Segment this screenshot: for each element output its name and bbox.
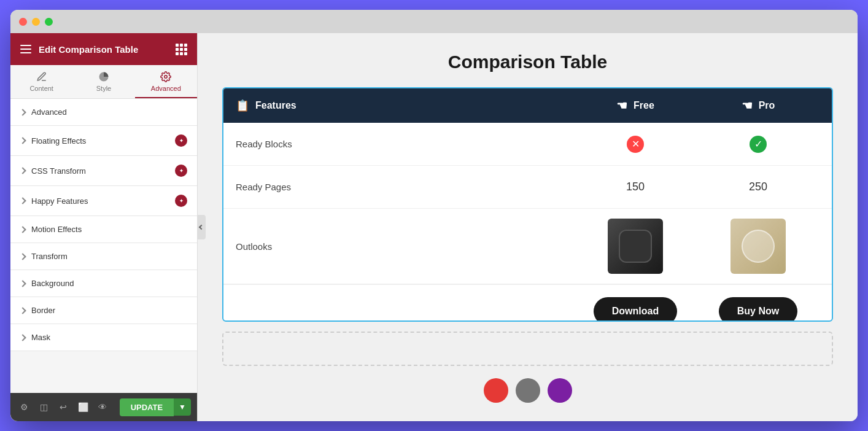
pro-label: Pro (759, 100, 775, 111)
outlooks-label: Outlooks (236, 241, 574, 252)
download-button[interactable]: Download (594, 297, 677, 322)
pro-badge: ✦ (175, 165, 187, 177)
sidebar-item-css-label: CSS Transform (31, 166, 86, 176)
sidebar-item-happy-label: Happy Features (31, 196, 88, 206)
sidebar-bottom: ⚙ ◫ ↩ ⬜ 👁 UPDATE ▼ (10, 393, 197, 421)
ready-blocks-pro-cell: ✓ (697, 136, 820, 153)
svg-point-1 (165, 76, 168, 79)
panel-toggle[interactable] (197, 215, 206, 239)
sidebar-tabs: Content Style Advanced (10, 65, 197, 99)
sidebar-item-motion-label: Motion Effects (31, 225, 82, 234)
sidebar-item-transform-label: Transform (31, 252, 68, 261)
sidebar-item-floating-effects[interactable]: Floating Effects ✦ (10, 126, 197, 156)
chevron-right-icon (19, 334, 26, 341)
sidebar-item-advanced[interactable]: Advanced (10, 99, 197, 126)
update-dropdown-button[interactable]: ▼ (174, 398, 191, 416)
sidebar-item-happy-features[interactable]: Happy Features ✦ (10, 186, 197, 216)
buy-now-cell: Buy Now (697, 297, 820, 322)
tab-content[interactable]: Content (10, 65, 72, 98)
sidebar-items: Advanced Floating Effects ✦ CSS Transfor… (10, 99, 197, 393)
pro-count: 250 (749, 181, 767, 193)
buy-now-button[interactable]: Buy Now (719, 297, 797, 322)
outlooks-pro-cell (697, 219, 820, 274)
sidebar-item-css-transform[interactable]: CSS Transform ✦ (10, 156, 197, 186)
comparison-table: 📋 Features ☚ Free ☚ Pro Ready Blocks (222, 87, 833, 322)
chevron-right-icon (19, 280, 26, 287)
chevron-right-icon (19, 307, 26, 314)
header-pro: ☚ Pro (697, 98, 820, 113)
free-hand-icon: ☚ (616, 98, 627, 113)
close-button[interactable] (19, 18, 27, 26)
table-header: 📋 Features ☚ Free ☚ Pro (223, 88, 832, 123)
header-free: ☚ Free (574, 98, 697, 113)
ready-pages-label: Ready Pages (236, 182, 574, 192)
sidebar: Edit Comparison Table Content (10, 33, 198, 421)
table-row-ready-pages: Ready Pages 150 250 (223, 166, 832, 209)
pro-badge: ✦ (175, 134, 187, 147)
sidebar-item-motion-effects[interactable]: Motion Effects (10, 216, 197, 243)
check-icon: ✓ (750, 136, 767, 153)
chevron-right-icon (19, 109, 26, 115)
placeholder-box (222, 332, 833, 366)
red-circle (484, 378, 508, 403)
sidebar-item-transform[interactable]: Transform (10, 243, 197, 270)
pro-hand-icon: ☚ (742, 98, 753, 113)
sidebar-item-background-label: Background (31, 279, 74, 288)
sidebar-item-background[interactable]: Background (10, 270, 197, 297)
sidebar-item-border[interactable]: Border (10, 297, 197, 324)
download-cell: Download (574, 297, 697, 322)
free-label: Free (634, 100, 654, 111)
chevron-right-icon (19, 253, 26, 260)
settings-icon[interactable]: ⚙ (17, 400, 31, 414)
tab-advanced[interactable]: Advanced (135, 65, 197, 98)
sidebar-item-border-label: Border (31, 306, 55, 315)
layers-icon[interactable]: ◫ (36, 400, 51, 414)
watch-dark-image (608, 219, 663, 274)
update-button-group: UPDATE ▼ (120, 398, 191, 416)
tab-style[interactable]: Style (72, 65, 134, 98)
ready-pages-pro-cell: 250 (697, 181, 820, 193)
sidebar-header: Edit Comparison Table (10, 33, 197, 65)
cross-icon: ✕ (627, 136, 644, 153)
eye-icon[interactable]: 👁 (95, 400, 110, 414)
ready-blocks-label: Ready Blocks (236, 139, 574, 149)
gray-circle (516, 378, 540, 403)
header-features: 📋 Features (236, 99, 574, 112)
features-label: Features (255, 100, 296, 111)
tab-advanced-label: Advanced (151, 85, 181, 92)
chevron-right-icon (19, 226, 26, 233)
page-title: Comparison Table (448, 52, 607, 72)
minimize-button[interactable] (32, 18, 40, 26)
purple-circle (548, 378, 572, 403)
pro-badge: ✦ (175, 195, 187, 207)
app-body: Edit Comparison Table Content (10, 33, 858, 421)
hamburger-icon[interactable] (20, 45, 31, 53)
sidebar-header-left: Edit Comparison Table (20, 44, 138, 55)
history-icon[interactable]: ↩ (56, 400, 71, 414)
ready-pages-free-cell: 150 (574, 181, 697, 193)
sidebar-title: Edit Comparison Table (39, 44, 138, 55)
table-row-outlooks: Outlooks (223, 209, 832, 284)
bottom-circles (484, 378, 572, 403)
grid-icon[interactable] (176, 44, 187, 55)
outlooks-free-cell (574, 219, 697, 274)
sidebar-item-advanced-label: Advanced (31, 107, 67, 117)
chevron-right-icon (19, 197, 26, 204)
update-button[interactable]: UPDATE (120, 398, 174, 416)
features-icon: 📋 (236, 99, 249, 112)
tab-style-label: Style (96, 85, 111, 92)
bottom-icons: ⚙ ◫ ↩ ⬜ 👁 (17, 400, 110, 414)
titlebar (10, 10, 858, 33)
panel-toggle-arrow-icon (199, 225, 204, 230)
maximize-button[interactable] (45, 18, 53, 26)
sidebar-item-mask[interactable]: Mask (10, 324, 197, 351)
sidebar-item-floating-label: Floating Effects (31, 136, 86, 146)
sidebar-item-mask-label: Mask (31, 333, 50, 342)
app-window: Edit Comparison Table Content (10, 10, 858, 421)
watch-light-image (730, 219, 786, 274)
responsive-icon[interactable]: ⬜ (76, 400, 90, 414)
chevron-right-icon (19, 167, 26, 174)
table-row-actions: Download Buy Now (223, 284, 832, 322)
tab-content-label: Content (29, 85, 53, 92)
main-content: Comparison Table 📋 Features ☚ Free ☚ P (198, 33, 858, 421)
